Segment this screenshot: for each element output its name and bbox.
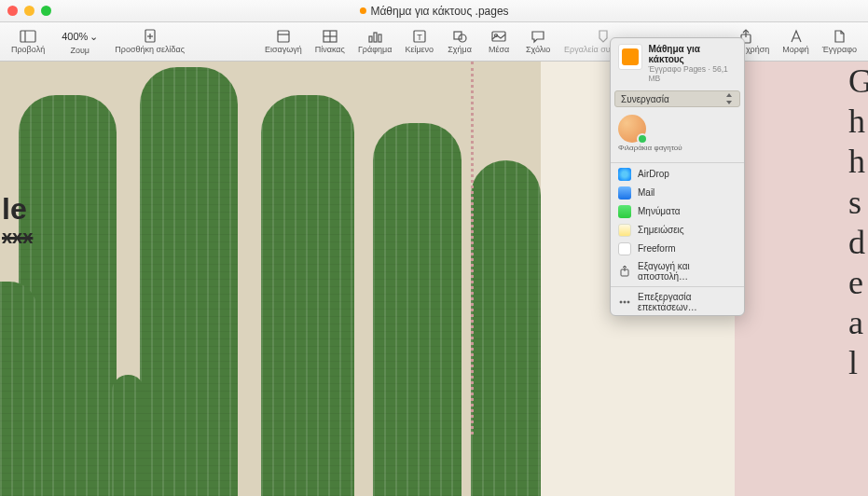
format-label: Μορφή [782, 45, 808, 54]
share-people: Φιλαράκια φαγητού [611, 109, 744, 160]
document-button[interactable]: Έγγραφο [817, 27, 862, 56]
svg-text:T: T [417, 33, 422, 42]
shape-icon [451, 29, 468, 44]
share-doc-meta: Έγγραφο Pages · 56,1 MB [648, 64, 737, 83]
document-icon [831, 29, 847, 44]
table-button[interactable]: Πίνακας [310, 27, 351, 56]
freeform-label: Freeform [638, 243, 676, 254]
text-icon: T [411, 29, 428, 44]
text-button[interactable]: T Κείμενο [399, 27, 439, 56]
insert-icon [275, 29, 292, 44]
edited-indicator-icon [359, 7, 365, 14]
notes-icon [618, 224, 631, 237]
share-header: Μάθημα για κάκτους Έγγραφο Pages · 56,1 … [611, 38, 744, 89]
scribble-text: le [2, 192, 33, 227]
zoom-label: Ζουμ [70, 46, 90, 55]
zoom-control[interactable]: 400% ⌄ Ζουμ [52, 27, 107, 57]
freeform-icon [618, 242, 631, 255]
mail-icon [618, 186, 631, 200]
comment-label: Σχόλιο [526, 45, 550, 54]
format-button[interactable]: Μορφή [777, 27, 814, 56]
insert-button[interactable]: Εισαγωγή [259, 27, 308, 56]
share-freeform[interactable]: Freeform [611, 240, 744, 258]
view-label: Προβολή [11, 45, 45, 54]
zoom-value: 400% [62, 31, 88, 42]
share-airdrop[interactable]: AirDrop [611, 165, 744, 184]
comment-icon [530, 29, 546, 44]
document-label: Έγγραφο [822, 45, 857, 54]
svg-point-16 [459, 34, 466, 42]
updown-arrows-icon [724, 93, 734, 104]
messages-badge-icon [637, 133, 648, 145]
text-label: Κείμενο [405, 45, 434, 54]
document-thumbnail-icon [618, 44, 642, 70]
chart-icon [366, 29, 383, 44]
window-title: Μάθημα για κάκτους .pages [359, 5, 508, 18]
notes-label: Σημειώσεις [638, 225, 684, 235]
table-icon [322, 29, 338, 44]
share-notes[interactable]: Σημειώσεις [611, 221, 744, 240]
close-button[interactable] [7, 6, 18, 16]
media-icon [490, 29, 507, 44]
titlebar: Μάθημα για κάκτους .pages [0, 0, 868, 22]
share-mail[interactable]: Mail [611, 184, 744, 202]
airdrop-label: AirDrop [638, 169, 669, 179]
shape-button[interactable]: Σχήμα [441, 27, 478, 56]
svg-point-22 [620, 301, 622, 303]
insert-label: Εισαγωγή [265, 45, 302, 54]
chevron-down-icon: ⌄ [90, 31, 98, 43]
share-popover: Μάθημα για κάκτους Έγγραφο Pages · 56,1 … [610, 37, 745, 316]
media-label: Μέσα [489, 45, 509, 54]
messages-label: Μηνύματα [638, 206, 681, 216]
maximize-button[interactable] [41, 6, 51, 16]
share-messages[interactable]: Μηνύματα [611, 202, 744, 221]
window-title-text: Μάθημα για κάκτους .pages [370, 5, 508, 18]
share-export[interactable]: Εξαγωγή και αποστολή… [611, 258, 744, 284]
format-icon [788, 29, 805, 44]
collab-label: Συνεργασία [621, 94, 669, 104]
view-icon [20, 29, 36, 44]
svg-point-23 [624, 301, 626, 303]
media-button[interactable]: Μέσα [480, 27, 517, 56]
handwritten-annotation: le xxx [2, 192, 33, 248]
right-page-text: Ghhsdeal [848, 62, 868, 384]
svg-rect-5 [278, 31, 289, 42]
share-edit-extensions[interactable]: Επεξεργασία επεκτάσεων… [611, 289, 744, 315]
svg-rect-10 [369, 36, 372, 42]
export-icon [618, 265, 631, 278]
extensions-label: Επεξεργασία επεκτάσεων… [638, 292, 737, 312]
svg-rect-0 [21, 31, 35, 42]
chart-label: Γράφημα [358, 45, 393, 54]
contact-avatar[interactable] [618, 115, 646, 143]
guide-line [471, 62, 474, 434]
airdrop-icon [618, 168, 631, 181]
svg-rect-11 [374, 33, 377, 42]
share-doc-title: Μάθημα για κάκτους [648, 44, 737, 64]
extensions-icon [618, 296, 631, 309]
view-button[interactable]: Προβολή [6, 27, 50, 57]
traffic-lights [7, 6, 51, 16]
table-label: Πίνακας [315, 45, 345, 54]
add-page-label: Προσθήκη σελίδας [115, 45, 185, 54]
mail-label: Mail [638, 187, 654, 198]
scribble-strike-text: xxx [2, 227, 33, 248]
comment-button[interactable]: Σχόλιο [519, 27, 557, 56]
chart-button[interactable]: Γράφημα [352, 27, 398, 56]
shape-label: Σχήμα [448, 45, 472, 54]
separator [611, 162, 744, 163]
export-label: Εξαγωγή και αποστολή… [638, 261, 737, 282]
separator [611, 286, 744, 287]
minimize-button[interactable] [24, 6, 34, 16]
svg-point-24 [627, 301, 629, 303]
messages-icon [618, 205, 631, 218]
contact-name: Φιλαράκια φαγητού [618, 145, 682, 153]
collaboration-dropdown[interactable]: Συνεργασία [614, 90, 740, 107]
add-page-button[interactable]: Προσθήκη σελίδας [109, 27, 190, 57]
svg-rect-12 [379, 34, 381, 42]
cactus-illustration [0, 62, 541, 496]
add-page-icon [142, 29, 158, 44]
